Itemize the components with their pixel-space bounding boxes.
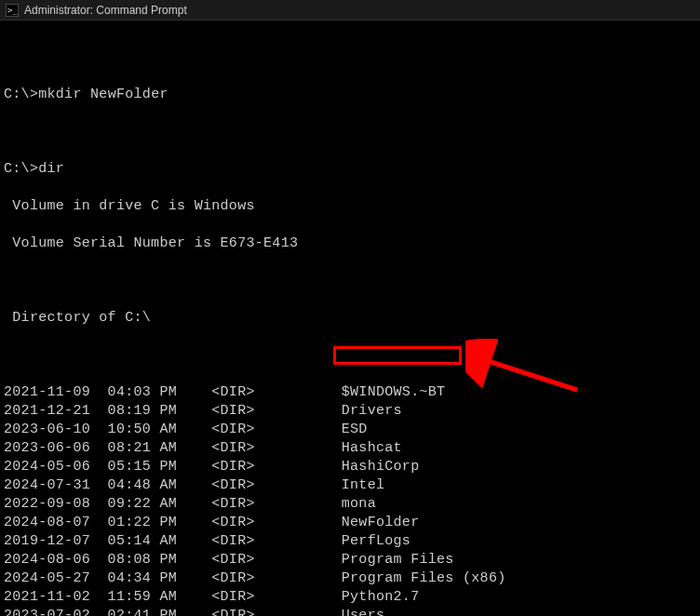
dir-entry: 2024-05-27 04:34 PM <DIR> Program Files … xyxy=(4,569,696,588)
dir-entry: 2023-07-02 02:41 PM <DIR> Users xyxy=(4,607,696,616)
dir-entry: 2021-11-09 04:03 PM <DIR> $WINDOWS.~BT xyxy=(4,383,696,402)
directory-of-line: Directory of C:\ xyxy=(4,309,696,328)
dir-entry: 2021-11-02 11:59 AM <DIR> Python2.7 xyxy=(4,588,696,607)
serial-line: Volume Serial Number is E673-E413 xyxy=(4,234,696,253)
dir-entry: 2024-05-06 05:15 PM <DIR> HashiCorp xyxy=(4,458,696,476)
command-line: C:\>dir xyxy=(4,160,696,179)
window-title: Administrator: Command Prompt xyxy=(24,4,187,17)
dir-entry: 2024-07-31 04:48 AM <DIR> Intel xyxy=(4,476,696,495)
blank-line xyxy=(4,123,696,141)
window-titlebar: >_ Administrator: Command Prompt xyxy=(0,0,700,20)
volume-line: Volume in drive C is Windows xyxy=(4,197,696,216)
prompt: C:\> xyxy=(4,87,38,102)
blank-line xyxy=(4,48,696,67)
command-text: dir xyxy=(38,161,64,177)
terminal-output[interactable]: C:\>mkdir NewFolder C:\>dir Volume in dr… xyxy=(0,20,700,616)
dir-entry: 2021-12-21 08:19 PM <DIR> Drivers xyxy=(4,402,696,421)
command-text: mkdir NewFolder xyxy=(38,87,168,102)
dir-entry: 2023-06-06 08:21 AM <DIR> Hashcat xyxy=(4,439,696,458)
dir-entry: 2022-09-08 09:22 AM <DIR> mona xyxy=(4,495,696,514)
prompt: C:\> xyxy=(4,161,38,177)
dir-entry: 2024-08-07 01:22 PM <DIR> NewFolder xyxy=(4,514,696,532)
dir-entry: 2019-12-07 05:14 AM <DIR> PerfLogs xyxy=(4,532,696,551)
dir-entry: 2023-06-10 10:50 AM <DIR> ESD xyxy=(4,421,696,439)
svg-text:>_: >_ xyxy=(7,6,18,15)
dir-entry: 2024-08-06 08:08 PM <DIR> Program Files xyxy=(4,551,696,569)
cmd-icon: >_ xyxy=(6,4,19,17)
dir-listing: 2021-11-09 04:03 PM <DIR> $WINDOWS.~BT20… xyxy=(4,383,696,616)
blank-line xyxy=(4,346,696,365)
blank-line xyxy=(4,272,696,290)
command-line: C:\>mkdir NewFolder xyxy=(4,86,696,104)
